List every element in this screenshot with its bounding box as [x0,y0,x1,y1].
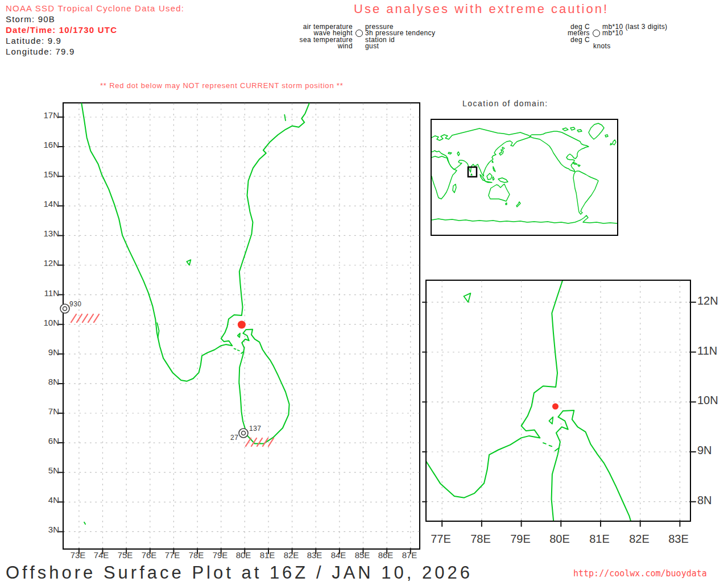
station-circle-icon [593,30,600,37]
noaa-source-line: NOAA SSD Tropical Cyclone Data Used: [6,3,184,14]
caution-banner: Use analyses with extreme caution! [354,2,609,16]
world-inset-title: Location of domain: [462,99,548,108]
lon-tick-label: 75E [114,550,136,560]
storm-position-dot-zoom [552,404,559,410]
lat-tick-label: 3N [34,525,59,534]
zoom-lon-tick-label: 77E [427,533,455,546]
lon-tick-label: 74E [90,550,113,560]
lat-tick-label: 7N [34,406,59,416]
lat-tick-label: 10N [34,318,59,327]
lon-tick-label: 82E [280,550,303,560]
zoom-lon-tick-label: 81E [585,533,614,546]
station-id-label: 930 [69,300,82,308]
storm-datetime: Date/Time: 10/1730 UTC [6,24,184,35]
source-url-link[interactable]: http://coolwx.com/buoydata [573,568,707,579]
world-map-canvas [432,120,617,235]
zoom-lon-tick-label: 80E [545,533,574,546]
storm-latitude: Latitude: 9.9 [6,35,184,46]
zoom-map-canvas [427,281,690,521]
station-legend-units: deg C mb*10 (last 3 digits) meters mb*10… [535,23,667,49]
world-inset-map [431,119,618,236]
zoom-lon-tick-label: 82E [625,533,653,546]
storm-id: Storm: 90B [6,14,184,24]
lon-tick-label: 79E [209,550,231,560]
zoom-lon-tick-label: 83E [664,533,693,546]
lat-tick-label: 8N [34,377,59,386]
legend-unit-mb10: mb*10 [602,29,623,37]
zoom-lat-tick-label: 9N [697,444,728,457]
station-circle-icon [355,30,363,37]
legend-unit-knots: knots [593,42,611,50]
zoom-inset-map [425,280,691,522]
storm-position-note: ** Red dot below may NOT represent CURRE… [100,81,344,90]
legend-unit-degc-sea: deg C [535,36,590,44]
lon-tick-label: 84E [327,550,350,560]
lat-tick-label: 9N [34,347,59,357]
lon-tick-label: 78E [185,550,208,560]
page-title: Offshore Surface Plot at 16Z / JAN 10, 2… [6,563,473,582]
station-sea-temp-label: 27 [230,434,238,442]
lat-tick-label: 6N [34,436,59,446]
station-pressure-label: 137 [249,425,262,433]
lon-tick-label: 87E [398,550,421,560]
station-plot-930: 930 [60,300,82,313]
lat-tick-label: 5N [34,465,59,475]
zoom-lat-tick-label: 11N [697,344,728,357]
zoom-lon-tick-label: 79E [506,533,535,546]
lon-tick-label: 86E [374,550,397,560]
lat-tick-label: 13N [34,228,59,238]
zoom-lat-tick-label: 10N [697,394,728,407]
zoom-lon-tick-label: 78E [466,533,495,546]
zoom-lat-tick-label: 8N [697,494,728,507]
main-map: 930 137 27 [63,102,420,550]
lon-tick-label: 73E [67,550,89,560]
lon-tick-label: 81E [256,550,279,560]
storm-position-dot [238,321,246,329]
station-legend-labels: air temperature pressure wave height 3h … [291,23,435,49]
storm-info-block: NOAA SSD Tropical Cyclone Data Used: Sto… [6,3,184,57]
lat-tick-label: 12N [34,258,59,268]
legend-gust: gust [365,42,379,50]
lat-tick-label: 15N [34,169,59,179]
zoom-lat-tick-label: 12N [697,294,728,307]
lon-tick-label: 76E [138,550,160,560]
lat-tick-label: 4N [34,495,59,505]
lat-tick-label: 16N [34,140,59,149]
main-map-canvas: 930 137 27 [64,103,419,548]
lat-tick-label: 17N [34,110,59,120]
lat-tick-label: 14N [34,199,59,209]
lon-tick-label: 80E [232,550,255,560]
lon-tick-label: 85E [351,550,374,560]
storm-longitude: Longitude: 79.9 [6,46,184,57]
lon-tick-label: 77E [161,550,184,560]
lon-tick-label: 83E [303,550,326,560]
lat-tick-label: 11N [34,288,59,298]
legend-wind: wind [291,42,353,50]
